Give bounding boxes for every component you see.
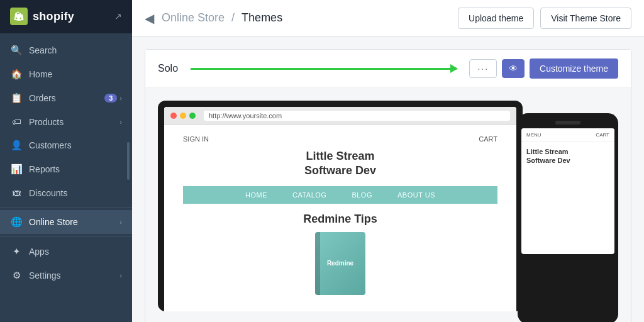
orders-icon: 📋 [10,92,23,104]
more-options-button[interactable]: ··· [469,59,497,78]
site-nav-top: SIGN IN CART [183,135,497,143]
phone-nav-right: CART [596,132,609,138]
sidebar-item-label: Orders [29,93,104,103]
site-section-title: Redmine Tips [183,213,497,226]
green-arrow [191,68,457,70]
browser-dot-green [189,113,196,119]
sidebar-divider [0,207,132,208]
shopify-logo-icon [10,8,28,25]
nav-catalog: CATALOG [292,191,326,199]
phone-mockup: MENU CART Little Stream Software Dev [518,113,618,322]
laptop-screen: http://www.yoursite.com SIGN IN CART Lit… [164,107,516,311]
sidebar-item-label: Home [29,69,122,79]
sidebar-divider [0,236,132,237]
customize-theme-button[interactable]: Customize theme [530,58,618,79]
nav-home: HOME [245,191,267,199]
sidebar-item-reports[interactable]: 📊 Reports [0,157,132,181]
sidebar-item-search[interactable]: 🔍 Search [0,38,132,62]
sidebar-item-customers[interactable]: 👤 Customers [0,133,132,157]
nav-blog: BLOG [352,191,372,199]
theme-card: Solo ··· 👁 Customize theme [145,49,631,322]
phone-nav: MENU CART [521,128,614,142]
site-title-line2: Software Dev [183,164,497,178]
sidebar-logo[interactable]: shopify ↗ [0,0,132,33]
main-content: ◀ Online Store / Themes Upload theme Vis… [132,0,644,322]
arrow-container [191,61,457,76]
home-icon: 🏠 [10,69,23,80]
phone-title-line1: Little Stream [526,147,609,156]
sidebar-item-apps[interactable]: ✦ Apps [0,240,132,264]
upload-theme-button[interactable]: Upload theme [458,8,534,29]
phone-screen: MENU CART Little Stream Software Dev [521,128,614,254]
sidebar-item-label: Customers [29,140,122,150]
sidebar-item-label: Products [29,117,119,127]
sidebar-item-online-store[interactable]: 🌐 Online Store › [0,210,132,234]
product-label: Redmine [325,257,356,269]
sidebar-item-orders[interactable]: 📋 Orders 3 › [0,86,132,110]
sidebar-item-label: Search [29,45,122,55]
orders-badge: 3 [104,94,117,103]
browser-dot-red [170,113,177,119]
sidebar-item-products[interactable]: 🏷 Products › [0,110,132,133]
phone-title-line2: Software Dev [526,156,609,165]
theme-name: Solo [158,63,178,74]
sidebar-item-label: Online Store [29,217,119,227]
sidebar-item-label: Discounts [29,188,122,198]
breadcrumb: Online Store / Themes [162,11,282,25]
topbar: ◀ Online Store / Themes Upload theme Vis… [132,0,644,36]
logo-text: shopify [33,10,74,23]
sidebar-item-discounts[interactable]: 🎟 Discounts [0,181,132,204]
chevron-right-icon: › [119,218,122,226]
url-bar: http://www.yoursite.com [204,111,510,121]
chevron-right-icon: › [119,118,122,126]
topbar-actions: Upload theme Visit Theme Store [458,8,631,29]
sidebar-item-label: Reports [29,164,122,174]
browser-bar: http://www.yoursite.com [164,107,516,125]
phone-nav-left: MENU [526,132,541,138]
scrollbar[interactable] [127,142,130,180]
sidebar-nav: 🔍 Search 🏠 Home 📋 Orders 3 › 🏷 Products … [0,33,132,322]
preview-button[interactable]: 👁 [502,59,525,78]
theme-preview: http://www.yoursite.com SIGN IN CART Lit… [145,88,631,322]
customers-icon: 👤 [10,140,23,151]
reports-icon: 📊 [10,164,23,175]
nav-about: ABOUT US [397,191,435,199]
product-image: Redmine [315,232,365,295]
theme-actions: ··· 👁 Customize theme [469,58,618,79]
sidebar-item-settings[interactable]: ⚙ Settings › [0,264,132,287]
breadcrumb-current: Themes [242,11,282,24]
discounts-icon: 🎟 [10,187,23,198]
online-store-icon: 🌐 [10,216,23,228]
settings-icon: ⚙ [10,270,23,281]
browser-dot-yellow [180,113,186,119]
phone-notch [555,121,580,125]
eye-icon: 👁 [509,64,518,74]
chevron-right-icon: › [119,272,122,279]
sidebar-item-home[interactable]: 🏠 Home [0,62,132,86]
site-title-line1: Little Stream [183,149,497,164]
breadcrumb-parent[interactable]: Online Store [162,11,225,24]
site-content: SIGN IN CART Little Stream Software Dev … [164,125,516,311]
breadcrumb-separator: / [231,11,235,24]
products-icon: 🏷 [10,116,23,127]
site-nav-left: SIGN IN [183,135,209,143]
site-title: Little Stream Software Dev [183,149,497,179]
site-nav-right: CART [479,135,497,143]
back-icon[interactable]: ◀ [145,11,154,26]
theme-header: Solo ··· 👁 Customize theme [145,50,631,88]
site-nav-bar: HOME CATALOG BLOG ABOUT US [183,186,497,204]
sidebar-item-label: Apps [29,247,122,257]
sidebar-item-label: Settings [29,270,119,280]
phone-title: Little Stream Software Dev [521,142,614,170]
search-icon: 🔍 [10,45,23,56]
external-link-icon[interactable]: ↗ [114,11,122,21]
chevron-right-icon: › [119,94,122,102]
sidebar: shopify ↗ 🔍 Search 🏠 Home 📋 Orders 3 › 🏷… [0,0,132,322]
visit-theme-store-button[interactable]: Visit Theme Store [540,8,631,29]
laptop-mockup: http://www.yoursite.com SIGN IN CART Lit… [158,101,523,311]
apps-icon: ✦ [10,246,23,257]
content-area: Solo ··· 👁 Customize theme [132,36,644,322]
